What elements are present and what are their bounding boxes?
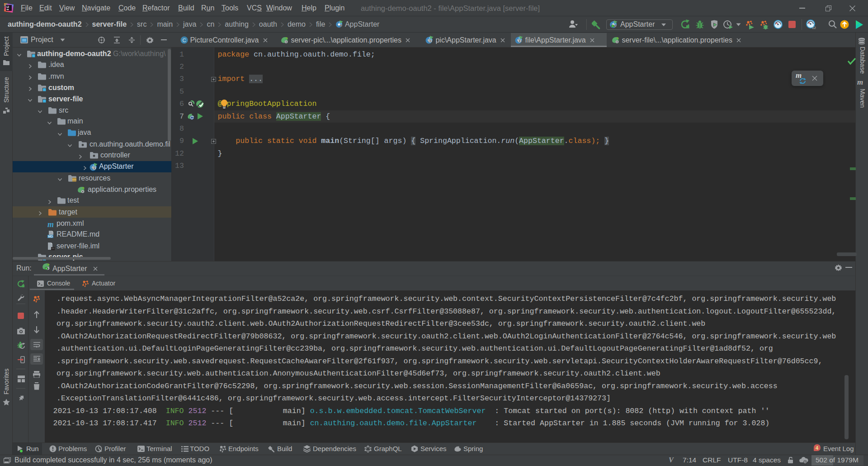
- svg-text:IJ: IJ: [7, 5, 9, 9]
- svg-text:12: 12: [812, 26, 816, 29]
- svg-text:C: C: [183, 38, 186, 43]
- svg-text:MD: MD: [48, 235, 53, 238]
